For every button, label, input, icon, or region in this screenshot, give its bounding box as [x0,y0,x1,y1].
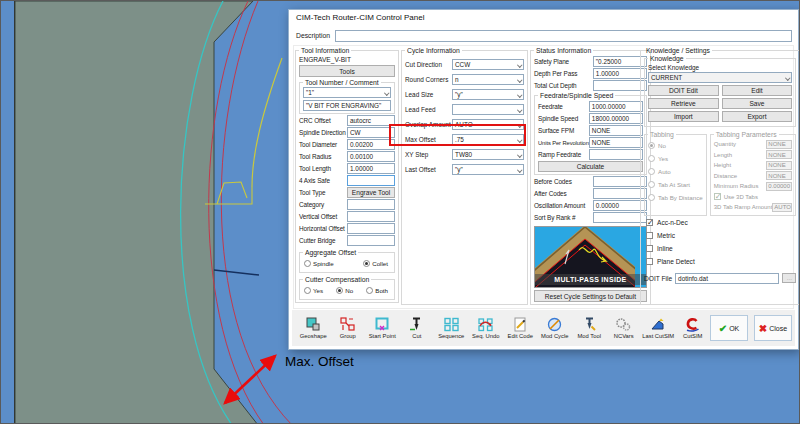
radio-tab-by-distance: Tab By Distance [648,191,703,204]
checkbox-icon [646,258,653,265]
radio-both[interactable]: Both [366,287,388,294]
ok-button[interactable]: ✔ OK [710,315,748,341]
sequence-tool[interactable]: Sequence [434,317,469,339]
aggregate-offset-legend: Aggregate Offset [303,249,358,256]
chevron-down-icon [517,107,522,112]
oscillation-amount-input[interactable]: 0.00000 [593,200,647,211]
surface-fpm-input[interactable]: NONE [589,125,643,136]
group-tool[interactable]: Group [331,317,366,339]
after-codes-input[interactable] [593,188,647,199]
four-axis-safe-input[interactable] [347,175,395,186]
knowledge-group: Knowledge Select Knowledge CURRENT DOIT … [644,55,796,127]
field-row: Safety Plane"0.25000 [534,56,647,67]
overlap-amount-combo[interactable]: AUTO [452,119,524,130]
round-corners-combo[interactable]: n [452,74,524,85]
calculate-button[interactable]: Calculate [538,161,643,172]
cutsim-icon [684,317,701,332]
mod-tool-icon [581,317,598,332]
mod-tool-tool[interactable]: Mod Tool [572,317,607,339]
xy-step-combo[interactable]: TW80 [452,149,524,160]
cut-tool[interactable]: Cut [400,317,435,339]
select-knowledge-label: Select Knowledge [648,63,792,72]
length-value: NONE [766,150,792,159]
tool-diameter-input[interactable]: 0.00200 [347,139,395,150]
cut-direction-combo[interactable]: CCW [452,59,524,70]
radio-tab-at-start: Tab At Start [648,178,703,191]
ncvars-tool[interactable]: NCVars [607,317,642,339]
field-label: Ramp Feedrate [538,151,581,158]
field-row: Surface FPMNONE [538,125,643,136]
lead-size-combo[interactable]: "y" [452,89,524,100]
select-knowledge-combo[interactable]: CURRENT [648,72,792,83]
last-offset-combo[interactable]: "y" [452,164,524,175]
spindle-speed-input[interactable]: 18000.00000 [589,113,643,124]
radio-icon [648,142,655,149]
save-button[interactable]: Save [722,98,793,109]
tool-number-legend: Tool Number / Comment [303,79,381,86]
field-row: Depth Per Pass1.00000 [534,68,647,79]
field-label: Feedrate [538,103,563,110]
edit-code-icon [512,317,529,332]
mod-cycle-tool[interactable]: Mod Cycle [538,317,573,339]
seq-undo-tool[interactable]: Seq. Undo [469,317,504,339]
cutter-bridge-input[interactable] [347,235,395,246]
horizontal-offset-input[interactable] [347,223,395,234]
tool-radius-input[interactable]: 0.00100 [347,151,395,162]
import-button[interactable]: Import [648,111,719,122]
sort-by-rank-input[interactable] [593,212,647,223]
max-offset-combo[interactable]: .75 [452,134,524,145]
crc-offset-input[interactable]: autocrc [347,115,395,126]
description-input[interactable] [335,30,792,42]
safety-plane-input[interactable]: "0.25000 [593,56,647,67]
field-label: Lead Size [405,91,433,98]
field-label: Depth Per Pass [534,70,577,77]
tool-type-button[interactable]: Engrave Tool [347,187,395,198]
field-row: Overlap AmountAUTO [405,119,524,130]
total-cut-depth-input[interactable] [593,80,647,91]
tool-number-combo[interactable]: "1" [303,87,391,98]
retrieve-button[interactable]: Retrieve [648,98,719,109]
spindle-direction-input[interactable]: CW [347,127,395,138]
tools-button[interactable]: Tools [299,65,395,77]
start-point-tool[interactable]: Start Point [365,317,400,339]
tool-comment-input[interactable]: "V BIT FOR ENGRAVING" [303,100,391,111]
field-label: Tool Type [299,189,325,196]
dialog-titlebar[interactable]: CIM-Tech Router-CIM Control Panel [289,10,798,26]
radio-icon [336,287,343,294]
radio-yes[interactable]: Yes [304,287,323,294]
checkbox-acc-n-dec[interactable]: Acc-n-Dec [646,217,796,229]
lead-feed-combo[interactable] [452,104,524,115]
chevron-down-icon [517,62,522,67]
geoshape-tool[interactable]: Geoshape [296,317,331,339]
checkbox-plane-detect[interactable]: Plane Detect [646,256,796,268]
radio-no[interactable]: No [336,287,353,294]
last-cutsim-tool[interactable]: Last CutSIM [641,317,676,339]
ramp-feedrate-input[interactable] [589,149,643,160]
check-icon: ✔ [719,323,727,334]
checkbox-metric[interactable]: Metric [646,230,796,242]
reset-cycle-button[interactable]: Reset Cycle Settings to Default [534,290,647,302]
doit-browse-button[interactable]: ... [782,273,796,283]
checkbox-inline[interactable]: Inline [646,243,796,255]
depth-per-pass-input[interactable]: 1.00000 [593,68,647,79]
chevron-down-icon [785,75,790,80]
radio-collet[interactable]: Collet [363,260,388,267]
edit-code-tool[interactable]: Edit Code [503,317,538,339]
doit-file-input[interactable]: dotinfo.dat [675,273,779,284]
before-codes-input[interactable] [593,176,647,187]
field-row: Last Offset"y" [405,164,524,175]
units-per-revolution-input[interactable]: NONE [589,137,643,148]
category-input[interactable] [347,199,395,210]
tool-length-input[interactable]: 1.00000 [347,163,395,174]
edit-button[interactable]: Edit [722,85,793,96]
close-button[interactable]: ✖ Close [754,315,792,341]
feedrate-input[interactable]: 1000.00000 [589,101,643,112]
radio-spindle[interactable]: Spindle [304,260,334,267]
vertical-offset-input[interactable] [347,211,395,222]
param-row: HeightNONE [714,160,793,171]
cutsim-tool[interactable]: CutSIM [676,317,711,339]
doit-edit-button[interactable]: DOIT Edit [648,85,719,96]
field-label: Overlap Amount [405,121,451,128]
export-button[interactable]: Export [722,111,793,122]
cycle-information-legend: Cycle Information [405,47,462,54]
